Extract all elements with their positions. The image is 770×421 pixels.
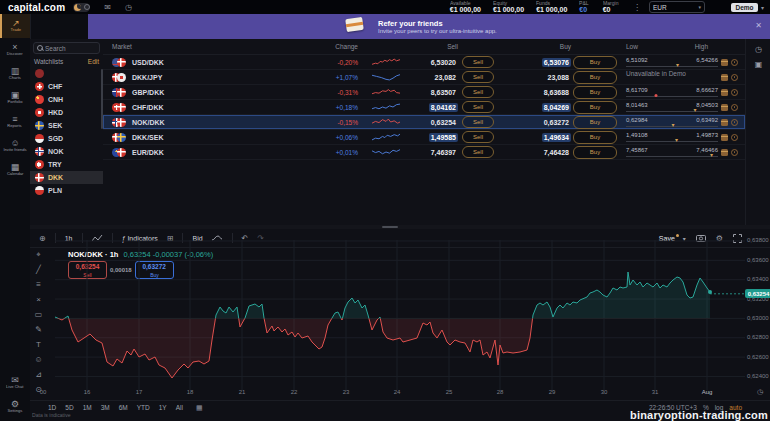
- info-circle-icon[interactable]: [731, 89, 738, 96]
- history-icon[interactable]: ◷: [125, 3, 132, 12]
- sell-button[interactable]: Sell: [462, 56, 494, 68]
- timeframe-all[interactable]: All: [176, 404, 183, 412]
- sell-button[interactable]: Sell: [462, 101, 494, 113]
- buy-button[interactable]: Buy: [573, 131, 617, 144]
- crosshair-icon[interactable]: ⌖: [36, 247, 41, 262]
- trendline-icon[interactable]: ╱: [36, 262, 41, 277]
- brush-icon[interactable]: ✎: [35, 322, 42, 337]
- info-circle-icon[interactable]: [731, 59, 738, 66]
- drawing-toolbar: ⌖╱≡×▭✎T☺⊿⊙: [30, 247, 47, 407]
- banner-close-icon[interactable]: ✕: [755, 21, 762, 30]
- mail-icon[interactable]: ✉: [104, 3, 111, 12]
- timeframe-3m[interactable]: 3M: [101, 404, 110, 412]
- market-row-nok-dkk[interactable]: NOK/DKK-0,15%0,63254Sell0,63272Buy0,6298…: [103, 115, 745, 130]
- more-menu-icon[interactable]: ⋮: [633, 3, 641, 12]
- price-chart[interactable]: [55, 240, 745, 390]
- emoji-tool-icon[interactable]: ☺: [34, 352, 42, 367]
- add-instrument-icon[interactable]: ⊕: [39, 234, 46, 243]
- time-tick: 28: [497, 389, 504, 395]
- watchlist-item-chf[interactable]: CHF: [30, 80, 103, 93]
- watchlist-item-partial[interactable]: [30, 67, 103, 80]
- watchlist-item-hkd[interactable]: HKD: [30, 106, 103, 119]
- gift-icon[interactable]: [721, 59, 728, 66]
- sell-button[interactable]: Sell: [462, 116, 494, 128]
- sell-button[interactable]: Sell: [462, 86, 494, 98]
- buy-button[interactable]: Buy: [573, 101, 617, 114]
- watchlists-edit-button[interactable]: Edit: [88, 58, 99, 65]
- account-stat-margin: Margin€0: [603, 1, 621, 13]
- timeframe-5d[interactable]: 5D: [65, 404, 73, 412]
- sidebar-item-trade[interactable]: ↗Trade: [0, 14, 30, 38]
- timeframe-1y[interactable]: 1Y: [159, 404, 167, 412]
- parallel-lines-icon[interactable]: ≡: [36, 277, 41, 292]
- gift-icon[interactable]: [721, 119, 728, 126]
- timeframe-1d[interactable]: 1D: [48, 404, 56, 412]
- info-circle-icon[interactable]: [731, 119, 738, 126]
- theme-toggle[interactable]: [73, 3, 90, 12]
- timeframe-6m[interactable]: 6M: [119, 404, 128, 412]
- timeframe-ytd[interactable]: YTD: [137, 404, 150, 412]
- sell-button[interactable]: Sell: [462, 146, 494, 158]
- shapes-icon[interactable]: ▭: [35, 307, 43, 322]
- gift-icon[interactable]: [721, 104, 728, 111]
- demo-mode-button[interactable]: Demo: [731, 3, 758, 12]
- low-high-range: [626, 96, 718, 97]
- axis-clock-icon[interactable]: ◷: [757, 388, 763, 396]
- sidebar-item-live-chat[interactable]: ✉Live Chat: [0, 371, 30, 395]
- gift-icon[interactable]: [721, 149, 728, 156]
- demo-chevron-icon[interactable]: ▾: [761, 4, 764, 11]
- price-tick: 0,63000: [747, 315, 769, 321]
- info-circle-icon[interactable]: [731, 149, 738, 156]
- timeframe-1m[interactable]: 1M: [83, 404, 92, 412]
- pattern-icon[interactable]: ×: [36, 292, 41, 307]
- partial-flag-icon: [35, 69, 44, 78]
- buy-button[interactable]: Buy: [573, 56, 617, 69]
- market-row-gbp-dkk[interactable]: GBP/DKK-0,31%8,63507Sell8,63688Buy8,6170…: [103, 85, 745, 100]
- info-circle-icon[interactable]: [731, 134, 738, 141]
- measure-icon[interactable]: ⊿: [35, 367, 42, 382]
- info-circle-icon[interactable]: [731, 104, 738, 111]
- time-axis[interactable]: 00161718212223242528293031Aug: [55, 389, 745, 399]
- watchlist-item-dkk[interactable]: DKK: [30, 171, 103, 184]
- sidebar-item-calendar[interactable]: ▦Calendar: [0, 158, 30, 182]
- watchlist-item-sgd[interactable]: SGD: [30, 132, 103, 145]
- sidebar-item-discover[interactable]: ×Discover: [0, 38, 30, 62]
- buy-button[interactable]: Buy: [573, 146, 617, 159]
- buy-button[interactable]: Buy: [573, 71, 617, 84]
- custom-range-calendar-icon[interactable]: ▦: [196, 404, 203, 412]
- market-row-usd-dkk[interactable]: USD/DKK-0,20%6,53020Sell6,53076Buy6,5109…: [103, 55, 745, 70]
- history-clock-icon[interactable]: ◷: [746, 45, 770, 54]
- sidebar-item-portfolio[interactable]: ▣Portfolio: [0, 86, 30, 110]
- sidebar-item-invite-friends[interactable]: ☺Invite friends: [0, 134, 30, 158]
- buy-button[interactable]: Buy: [573, 86, 617, 99]
- sidebar-item-reports[interactable]: ≡Reports: [0, 110, 30, 134]
- watchlist-item-sek[interactable]: SEK: [30, 119, 103, 132]
- info-circle-icon[interactable]: [731, 74, 738, 81]
- pair-label: DKK/JPY: [132, 74, 162, 81]
- pair-label: DKK/SEK: [132, 134, 164, 141]
- watchlist-item-nok[interactable]: NOK: [30, 145, 103, 158]
- market-row-dkk-sek[interactable]: DKK/SEK+0,06%1,49585Sell1,49634Buy1,4910…: [103, 130, 745, 145]
- sidebar-item-charts[interactable]: ▥Charts: [0, 62, 30, 86]
- market-row-chf-dkk[interactable]: CHF/DKK+0,18%8,04162Sell8,04269Buy8,0146…: [103, 100, 745, 115]
- price-axis[interactable]: 0,638000,636000,634000,632000,630000,628…: [745, 240, 770, 390]
- sell-button[interactable]: Sell: [462, 131, 494, 143]
- market-row-eur-dkk[interactable]: EUR/DKK+0,01%7,46397Sell7,46428Buy7,4586…: [103, 145, 745, 160]
- gift-icon[interactable]: [721, 74, 728, 81]
- search-input[interactable]: Search: [33, 42, 100, 54]
- trading-app: capital.com ✉ ◷ Available€1 000,00Equity…: [0, 0, 770, 421]
- time-tick: Aug: [702, 389, 713, 395]
- text-tool-icon[interactable]: T: [36, 337, 41, 352]
- watchlist-item-pln[interactable]: PLN: [30, 184, 103, 197]
- picture-icon[interactable]: ▣: [746, 60, 770, 69]
- watchlist-item-cnh[interactable]: CNH: [30, 93, 103, 106]
- gift-icon[interactable]: [721, 134, 728, 141]
- sell-button[interactable]: Sell: [462, 71, 494, 83]
- watchlist-item-try[interactable]: TRY: [30, 158, 103, 171]
- gift-icon[interactable]: [721, 89, 728, 96]
- market-row-dkk-jpy[interactable]: DKK/JPY+1,07%23,082Sell23,088BuyUnavaila…: [103, 70, 745, 85]
- splitter-handle[interactable]: [382, 226, 398, 228]
- sidebar-item-settings[interactable]: ⚙Settings: [0, 395, 30, 419]
- currency-select[interactable]: EUR ▾: [649, 1, 705, 13]
- buy-button[interactable]: Buy: [573, 116, 617, 129]
